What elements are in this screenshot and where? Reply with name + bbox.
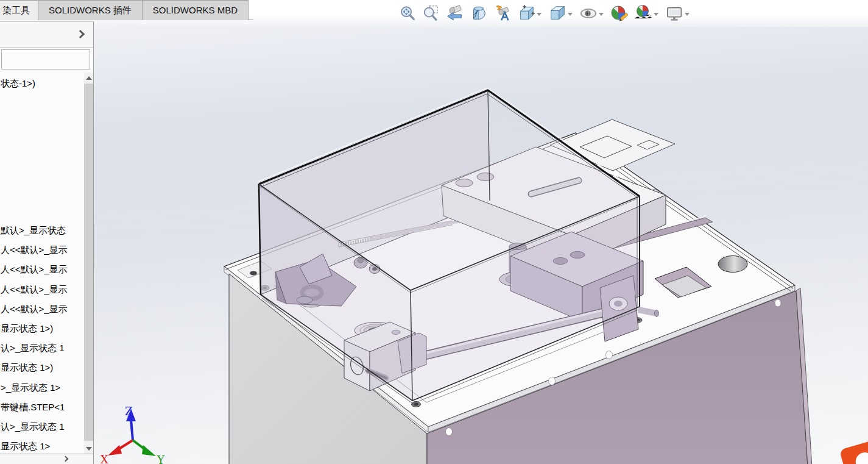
display-style-dropdown-caret[interactable]: [568, 13, 573, 16]
zoom-to-area-icon[interactable]: [421, 2, 441, 24]
panel-filter-input[interactable]: [1, 49, 90, 70]
3d-model-canvas: Z X Y: [94, 27, 868, 464]
display-style-icon[interactable]: [547, 2, 567, 24]
top-toolbar-strip: 染工具 SOLIDWORKS 插件 SOLIDWORKS MBD: [0, 0, 868, 27]
triad-z-label: Z: [125, 405, 133, 418]
tree-item[interactable]: 人<<默认>_显示: [0, 260, 83, 279]
hide-show-items-dropdown-caret[interactable]: [599, 13, 604, 16]
tree-item[interactable]: 人<<默认>_显示: [0, 299, 83, 319]
tree-item[interactable]: 显示状态 1>): [0, 319, 83, 338]
tree-item[interactable]: 显示状态 1>): [0, 358, 83, 377]
view-settings-dropdown-caret[interactable]: [685, 13, 690, 16]
tree-item[interactable]: 显示状态 1>: [0, 437, 83, 454]
panel-header: [0, 22, 93, 48]
scroll-down-icon[interactable]: [86, 447, 92, 451]
view-settings-icon[interactable]: [664, 2, 684, 24]
expand-chevron-icon[interactable]: [76, 30, 85, 38]
orientation-triad: Z X Y: [101, 405, 165, 464]
tree-item[interactable]: >_显示状态 1>: [0, 378, 83, 398]
view-orientation-dropdown-caret[interactable]: [537, 13, 542, 16]
tab-render-tools[interactable]: 染工具: [0, 0, 38, 20]
scroll-up-icon[interactable]: [86, 76, 92, 80]
round-hole: [718, 256, 747, 273]
feature-manager-panel: 状态-1>) 默认>_显示状态 人<<默认>_显示 人<<默认>_显示 人<<默…: [0, 21, 94, 464]
edit-appearance-icon[interactable]: [609, 2, 629, 24]
heads-up-view-toolbar: [397, 1, 695, 26]
tree-item[interactable]: 状态-1>): [0, 74, 35, 93]
tree-item[interactable]: 认>_显示状态 1: [0, 417, 83, 437]
tree-item[interactable]: 人<<默认>_显示: [0, 280, 83, 299]
tree-item[interactable]: 人<<默认>_显示: [0, 240, 83, 260]
panel-footer: [0, 454, 93, 464]
tab-solidworks-mbd[interactable]: SOLIDWORKS MBD: [142, 0, 249, 20]
solidworks-window: 染工具 SOLIDWORKS 插件 SOLIDWORKS MBD: [0, 0, 868, 464]
tree-scrollbar[interactable]: [84, 73, 93, 454]
tree-item[interactable]: 带键槽.STEP<1: [0, 398, 83, 417]
feature-tree: 状态-1>) 默认>_显示状态 人<<默认>_显示 人<<默认>_显示 人<<默…: [0, 73, 83, 454]
view-orientation-icon[interactable]: [516, 2, 536, 24]
apply-scene-icon[interactable]: [633, 2, 653, 24]
triad-y-label: Y: [157, 454, 165, 464]
dynamic-annotation-views-icon[interactable]: [492, 2, 512, 24]
scroll-thumb[interactable]: [84, 84, 93, 441]
section-view-icon[interactable]: [468, 2, 489, 24]
zoom-to-fit-icon[interactable]: [397, 2, 417, 24]
hide-show-items-icon[interactable]: [578, 2, 598, 24]
tree-item[interactable]: 认>_显示状态 1: [0, 338, 83, 358]
previous-view-icon[interactable]: [445, 2, 465, 24]
apply-scene-dropdown-caret[interactable]: [654, 13, 658, 16]
triad-x-label: X: [101, 453, 108, 464]
tab-solidworks-addins[interactable]: SOLIDWORKS 插件: [38, 0, 143, 20]
command-manager-tab-bar: 染工具 SOLIDWORKS 插件 SOLIDWORKS MBD: [0, 0, 253, 20]
footer-chevron-icon[interactable]: [63, 456, 69, 462]
graphics-viewport[interactable]: Z X Y: [94, 27, 868, 464]
tree-item[interactable]: 默认>_显示状态: [0, 221, 83, 240]
